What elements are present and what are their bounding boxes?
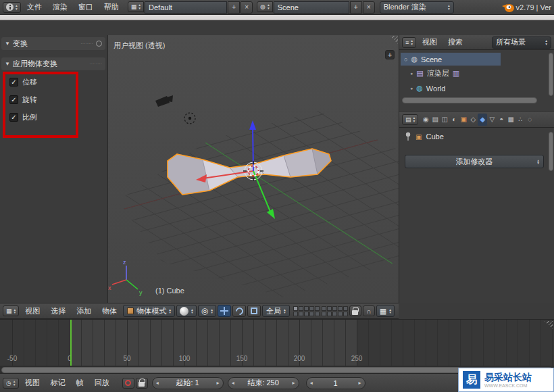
timeline[interactable]: -50 0 50 100 150 200 250 — [0, 319, 554, 373]
menu-object[interactable]: 物体 — [97, 305, 122, 318]
scene-browse-button[interactable]: ◍ ▴▾ — [257, 1, 273, 12]
render-engine-dropdown[interactable]: Blender 渲染 ▴▾ — [380, 1, 454, 14]
world-tab-icon[interactable]: ◐ — [449, 114, 459, 126]
lock-to-scene-button[interactable] — [349, 305, 361, 316]
increment-arrow-icon[interactable]: ▸ — [293, 380, 295, 386]
viewport-shading-icon — [180, 307, 188, 316]
panel-options-icon[interactable] — [96, 41, 102, 47]
object-data-tab-icon[interactable]: ▽ — [487, 114, 497, 126]
increment-arrow-icon[interactable]: ▸ — [217, 380, 220, 386]
modifiers-tab-icon[interactable]: ◆ — [478, 114, 487, 126]
add-modifier-button[interactable]: 添加修改器 ▴▾ — [405, 155, 544, 168]
shading-dropdown[interactable]: ▴▾ — [176, 305, 197, 317]
render-layers-tab-icon[interactable]: ▤ — [430, 114, 440, 126]
collapse-arrow-icon: ▼ — [5, 41, 10, 47]
mode-dropdown[interactable]: 物体模式 ▴▾ — [123, 305, 175, 317]
decrement-arrow-icon[interactable]: ◂ — [232, 380, 234, 386]
scene-field[interactable]: Scene — [274, 1, 349, 14]
render-tab-icon[interactable]: ◉ — [421, 114, 430, 126]
menu-file[interactable]: 文件 — [22, 1, 47, 14]
axis-y-label: y — [139, 289, 143, 296]
scale-icon — [251, 308, 257, 314]
menu-window[interactable]: 窗口 — [74, 1, 98, 14]
region-toggle-button[interactable]: + — [385, 50, 395, 59]
menu-view[interactable]: 视图 — [20, 376, 45, 389]
lock-icon — [138, 382, 145, 387]
viewport-3d-canvas[interactable]: z y x — [108, 35, 399, 303]
outliner-row-scene[interactable]: ○ ◍ Scene — [401, 53, 501, 66]
outliner-vscrollbar[interactable] — [549, 53, 553, 96]
pivot-dropdown[interactable]: ◎ ▴▾ — [198, 305, 216, 317]
decrement-arrow-icon[interactable]: ◂ — [156, 380, 159, 386]
menu-view[interactable]: 视图 — [418, 36, 442, 49]
constraints-tab-icon[interactable]: ◇ — [468, 114, 478, 126]
editor-type-button-timeline[interactable]: ◷ ▴▾ — [3, 378, 19, 389]
menu-select[interactable]: 选择 — [46, 305, 70, 318]
orientation-dropdown[interactable]: 全局 ▴▾ — [262, 305, 290, 317]
scene-add-button[interactable]: + — [350, 1, 362, 14]
watermark-title: 易采站长站 — [484, 372, 532, 383]
outliner-row-renderlayers[interactable]: ● ▤ 渲染层 ▥ — [410, 67, 459, 80]
frame-start-field[interactable]: ◂ 起始: 1 ▸ — [152, 377, 224, 389]
menu-playback[interactable]: 回放 — [90, 376, 114, 389]
editor-type-button-properties[interactable]: ▤ ▴▾ — [402, 114, 418, 125]
layers-widget[interactable] — [293, 306, 348, 316]
editor-type-button-3dview[interactable]: ▦ ▴▾ — [3, 305, 19, 316]
editor-type-button-outliner[interactable]: ≡ ▴▾ — [402, 37, 416, 48]
panel-apply-header[interactable]: ▼ 应用物体变换 ········ — [1, 57, 105, 70]
editor-type-button-info[interactable]: ▴▾ — [3, 2, 21, 13]
menu-view[interactable]: 视图 — [20, 305, 45, 318]
current-frame-field[interactable]: ◂ 1 ▸ — [306, 377, 366, 389]
snap-toggle-button[interactable]: ∩ — [363, 305, 375, 316]
physics-tab-icon[interactable]: ◌ — [525, 114, 534, 126]
menu-search[interactable]: 搜索 — [443, 36, 468, 49]
panel-grip-icon[interactable]: ········ — [89, 62, 102, 66]
gizmo-y-arrow — [253, 171, 270, 212]
image-icon: ▥ — [453, 69, 459, 78]
menu-marker[interactable]: 标记 — [46, 376, 70, 389]
menu-frame[interactable]: 帧 — [72, 376, 89, 389]
screen-layout-browse-button[interactable]: ▦ ▴▾ — [128, 1, 144, 12]
scene-close-button[interactable]: × — [363, 1, 375, 14]
scene-tab-icon[interactable]: ◫ — [440, 114, 449, 126]
lock-button[interactable] — [136, 378, 148, 389]
camera-object[interactable] — [155, 95, 173, 107]
timeline-playhead[interactable] — [70, 320, 72, 366]
translate-icon — [220, 307, 228, 315]
lamp-object[interactable] — [184, 113, 195, 124]
menu-render[interactable]: 渲染 — [48, 1, 72, 14]
outliner-filter-dropdown[interactable]: 所有场景 ▴▾ — [492, 36, 551, 49]
auto-keyframe-button[interactable] — [122, 378, 134, 389]
manipulator-translate-button[interactable] — [218, 305, 231, 317]
properties-icon: ▤ — [405, 116, 411, 123]
particles-tab-icon[interactable]: ∴ — [515, 114, 525, 126]
outliner-header: ≡ ▴▾ 视图 搜索 所有场景 ▴▾ — [399, 35, 554, 50]
menu-help[interactable]: 帮助 — [99, 1, 124, 14]
texture-tab-icon[interactable]: ▦ — [506, 114, 515, 126]
outliner-row-world[interactable]: ● ◍ World — [410, 82, 445, 95]
frame-end-field[interactable]: ◂ 结束: 250 ▸ — [228, 377, 299, 389]
material-tab-icon[interactable]: ◓ — [497, 114, 506, 126]
panel-transform-header[interactable]: ▼ 变换 ········ — [1, 37, 105, 50]
screen-layout-add-button[interactable]: + — [228, 1, 240, 14]
disclosure-icon[interactable]: ○ — [404, 56, 407, 63]
manipulator-scale-button[interactable] — [247, 305, 261, 317]
viewport-3d[interactable]: z y x 用户视图 (透视) (1) Cube + — [108, 35, 399, 303]
snap-element-dropdown[interactable]: ▦ ▴▾ — [376, 305, 395, 317]
pin-icon[interactable] — [405, 132, 411, 141]
disclosure-icon[interactable]: ● — [410, 86, 413, 91]
decrement-arrow-icon[interactable]: ◂ — [310, 380, 313, 386]
screen-layout-field[interactable]: Default — [145, 1, 227, 14]
object-tab-icon[interactable]: ▣ — [459, 114, 468, 126]
panel-grip-icon[interactable]: ········ — [80, 41, 93, 46]
watermark: 易 易采站长站 WWW.EASCK.COM — [458, 368, 554, 392]
menu-add[interactable]: 添加 — [72, 305, 96, 318]
increment-arrow-icon[interactable]: ▸ — [359, 380, 361, 386]
manipulator-rotate-button[interactable] — [232, 305, 246, 317]
outliner-hscrollbar[interactable] — [402, 97, 537, 103]
screen-layout-close-button[interactable]: × — [241, 1, 253, 14]
properties-vscrollbar[interactable] — [549, 132, 553, 171]
timeline-tick-label: 250 — [351, 355, 363, 362]
disclosure-icon[interactable]: ● — [410, 71, 413, 76]
object-mode-icon — [127, 308, 134, 314]
